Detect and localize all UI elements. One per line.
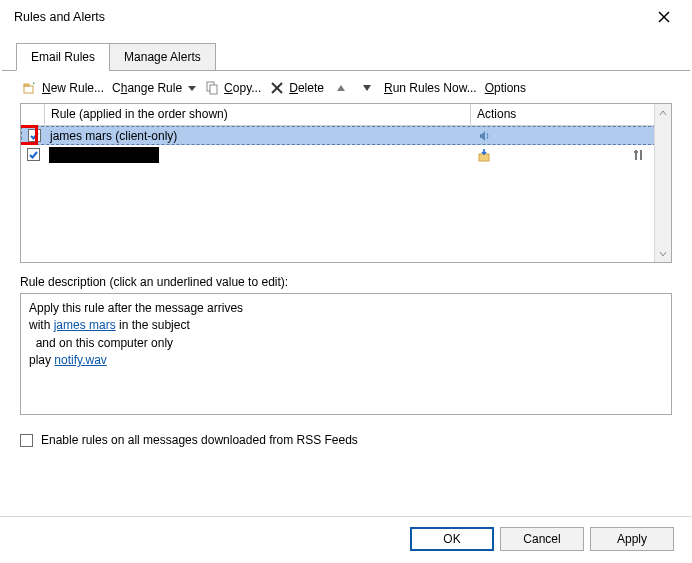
svg-rect-10 (640, 150, 642, 160)
delete-label: elete (298, 81, 324, 95)
tabstrip: Email Rules Manage Alerts (2, 34, 690, 71)
svg-rect-2 (24, 86, 33, 93)
tab-manage-alerts[interactable]: Manage Alerts (109, 43, 216, 71)
svg-rect-5 (210, 85, 217, 94)
run-rules-now-label: un Rules Now... (393, 81, 477, 95)
options-button[interactable]: Options (485, 81, 526, 95)
rules-alerts-dialog: Rules and Alerts Email Rules Manage Aler… (0, 0, 692, 563)
sound-action-icon (476, 128, 492, 144)
desc-line: Apply this rule after the message arrive… (29, 300, 663, 317)
table-row[interactable]: james mars (client-only) (21, 126, 671, 145)
move-down-button[interactable] (358, 79, 376, 97)
move-to-folder-action-icon (477, 147, 493, 163)
cancel-button[interactable]: Cancel (500, 527, 584, 551)
tab-email-rules[interactable]: Email Rules (16, 43, 110, 71)
rss-enable-label: Enable rules on all messages downloaded … (41, 433, 358, 447)
svg-rect-11 (634, 151, 638, 153)
close-button[interactable] (646, 3, 682, 31)
chevron-up-icon (659, 109, 667, 117)
apply-button[interactable]: Apply (590, 527, 674, 551)
delete-icon (269, 80, 285, 96)
desc-line: with james mars in the subject (29, 317, 663, 334)
triangle-up-icon (336, 83, 346, 93)
apply-button-label: Apply (617, 532, 647, 546)
options-label: ptions (494, 81, 526, 95)
copy-label: opy... (233, 81, 261, 95)
change-rule-button[interactable]: Change Rule (112, 81, 196, 95)
desc-line: and on this computer only (29, 335, 663, 352)
desc-link-subject[interactable]: james mars (54, 318, 116, 332)
chevron-down-icon (188, 86, 196, 91)
rules-list-header-actions: Actions (471, 104, 671, 125)
delete-button[interactable]: Delete (269, 80, 324, 96)
new-rule-button[interactable]: New Rule... (22, 80, 104, 96)
rule-description-box: Apply this rule after the message arrive… (20, 293, 672, 415)
svg-rect-3 (24, 84, 29, 86)
rules-list[interactable]: Rule (applied in the order shown) Action… (20, 103, 672, 263)
table-row[interactable] (21, 145, 671, 164)
rss-enable-checkbox[interactable] (20, 434, 33, 447)
desc-line: play notify.wav (29, 352, 663, 369)
scroll-down-button[interactable] (655, 245, 672, 262)
close-icon (658, 11, 670, 23)
new-rule-label: ew Rule... (51, 81, 104, 95)
cancel-button-label: Cancel (523, 532, 560, 546)
dialog-footer: OK Cancel Apply (0, 516, 692, 563)
rules-list-header-rule: Rule (applied in the order shown) (45, 104, 471, 125)
titlebar: Rules and Alerts (0, 0, 692, 34)
rule-enabled-checkbox[interactable] (27, 148, 40, 161)
copy-button[interactable]: Copy... (204, 80, 261, 96)
new-rule-icon (22, 80, 38, 96)
rss-option-row: Enable rules on all messages downloaded … (0, 415, 692, 455)
copy-icon (204, 80, 220, 96)
scroll-up-button[interactable] (655, 104, 672, 121)
rule-name-redacted (49, 147, 159, 163)
ok-button-label: OK (443, 532, 460, 546)
tab-email-rules-label: Email Rules (31, 50, 95, 64)
desc-link-sound[interactable]: notify.wav (54, 353, 106, 367)
move-up-button[interactable] (332, 79, 350, 97)
dialog-title: Rules and Alerts (14, 10, 105, 24)
rule-enabled-checkbox[interactable] (28, 129, 41, 142)
triangle-down-icon (362, 83, 372, 93)
rule-name: james mars (client-only) (46, 129, 470, 143)
change-rule-label: Change Rule (112, 81, 182, 95)
rule-description-label: Rule description (click an underlined va… (0, 263, 692, 293)
ok-button[interactable]: OK (410, 527, 494, 551)
vertical-scrollbar[interactable] (654, 104, 671, 262)
tools-action-icon (631, 147, 647, 163)
toolbar: New Rule... Change Rule Copy... De (0, 71, 692, 103)
rules-list-header: Rule (applied in the order shown) Action… (21, 104, 671, 126)
run-rules-now-button[interactable]: Run Rules Now... (384, 81, 477, 95)
chevron-down-icon (659, 250, 667, 258)
tab-manage-alerts-label: Manage Alerts (124, 50, 201, 64)
